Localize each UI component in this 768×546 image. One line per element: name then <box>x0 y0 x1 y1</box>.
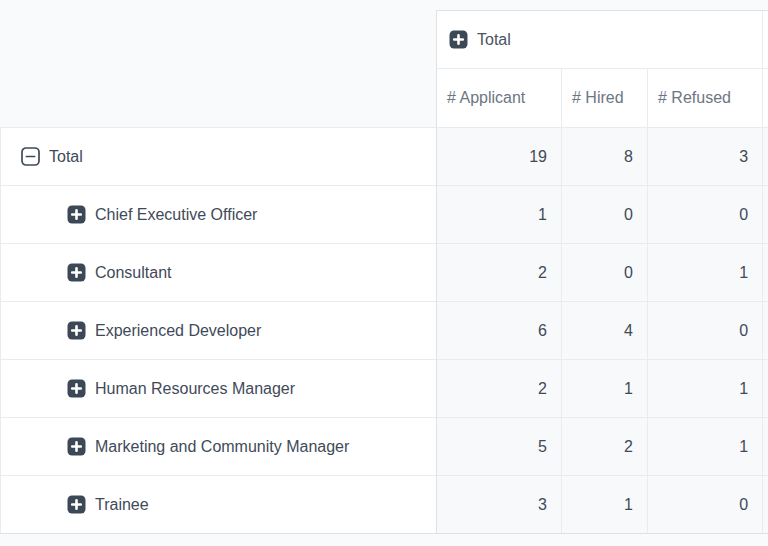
value-cell: 1 <box>562 360 648 418</box>
plus-square-icon[interactable] <box>67 263 86 282</box>
value-cell <box>763 128 768 186</box>
row-label: Experienced Developer <box>95 322 261 340</box>
value-cell <box>763 360 768 418</box>
value-cell: 5 <box>437 418 562 476</box>
plus-square-icon[interactable] <box>67 379 86 398</box>
value-cell: 0 <box>648 476 763 534</box>
value-cell <box>763 302 768 360</box>
pivot-view: Total # Applicant # Hired # Refused Tota… <box>0 10 768 534</box>
value-cell <box>763 186 768 244</box>
value-cell: 8 <box>562 128 648 186</box>
row-label: Trainee <box>95 496 149 514</box>
measure-header-refused[interactable]: # Refused <box>648 69 763 128</box>
pivot-row-chief-executive-officer: Chief Executive Officer 1 0 0 <box>1 186 768 244</box>
value-cell: 3 <box>648 128 763 186</box>
pivot-corner-cell <box>1 11 437 69</box>
column-group-header-next[interactable] <box>763 11 768 69</box>
row-header-total[interactable]: Total <box>1 128 437 186</box>
row-header-human-resources-manager[interactable]: Human Resources Manager <box>1 360 437 418</box>
value-cell <box>763 418 768 476</box>
pivot-corner-cell <box>1 69 437 128</box>
pivot-row-trainee: Trainee 3 1 0 <box>1 476 768 534</box>
pivot-row-experienced-developer: Experienced Developer 6 4 0 <box>1 302 768 360</box>
value-cell: 0 <box>562 186 648 244</box>
value-cell: 1 <box>648 418 763 476</box>
measure-header-applicant[interactable]: # Applicant <box>437 69 562 128</box>
row-label: Total <box>49 148 83 166</box>
plus-square-icon[interactable] <box>67 437 86 456</box>
value-cell: 6 <box>437 302 562 360</box>
row-header-marketing-and-community-manager[interactable]: Marketing and Community Manager <box>1 418 437 476</box>
row-header-consultant[interactable]: Consultant <box>1 244 437 302</box>
row-header-trainee[interactable]: Trainee <box>1 476 437 534</box>
row-label: Consultant <box>95 264 172 282</box>
value-cell: 2 <box>437 244 562 302</box>
row-header-experienced-developer[interactable]: Experienced Developer <box>1 302 437 360</box>
row-label: Chief Executive Officer <box>95 206 257 224</box>
column-group-label: Total <box>477 31 511 49</box>
value-cell: 4 <box>562 302 648 360</box>
value-cell: 2 <box>562 418 648 476</box>
plus-square-icon[interactable] <box>449 30 468 49</box>
value-cell: 0 <box>648 186 763 244</box>
row-label: Human Resources Manager <box>95 380 295 398</box>
value-cell: 1 <box>648 360 763 418</box>
pivot-row-human-resources-manager: Human Resources Manager 2 1 1 <box>1 360 768 418</box>
value-cell: 19 <box>437 128 562 186</box>
pivot-row-marketing-and-community-manager: Marketing and Community Manager 5 2 1 <box>1 418 768 476</box>
plus-square-icon[interactable] <box>67 495 86 514</box>
plus-square-icon[interactable] <box>67 205 86 224</box>
row-label: Marketing and Community Manager <box>95 438 349 456</box>
value-cell: 1 <box>437 186 562 244</box>
value-cell: 3 <box>437 476 562 534</box>
value-cell: 0 <box>562 244 648 302</box>
value-cell <box>763 244 768 302</box>
pivot-table: Total # Applicant # Hired # Refused Tota… <box>0 10 768 534</box>
value-cell: 1 <box>648 244 763 302</box>
minus-square-icon[interactable] <box>21 147 40 166</box>
plus-square-icon[interactable] <box>67 321 86 340</box>
value-cell: 2 <box>437 360 562 418</box>
column-group-header-total[interactable]: Total <box>437 11 763 69</box>
measure-header-next[interactable] <box>763 69 768 128</box>
value-cell: 1 <box>562 476 648 534</box>
measure-header-hired[interactable]: # Hired <box>562 69 648 128</box>
pivot-row-consultant: Consultant 2 0 1 <box>1 244 768 302</box>
row-header-chief-executive-officer[interactable]: Chief Executive Officer <box>1 186 437 244</box>
value-cell: 0 <box>648 302 763 360</box>
value-cell <box>763 476 768 534</box>
pivot-row-total: Total 19 8 3 <box>1 128 768 186</box>
